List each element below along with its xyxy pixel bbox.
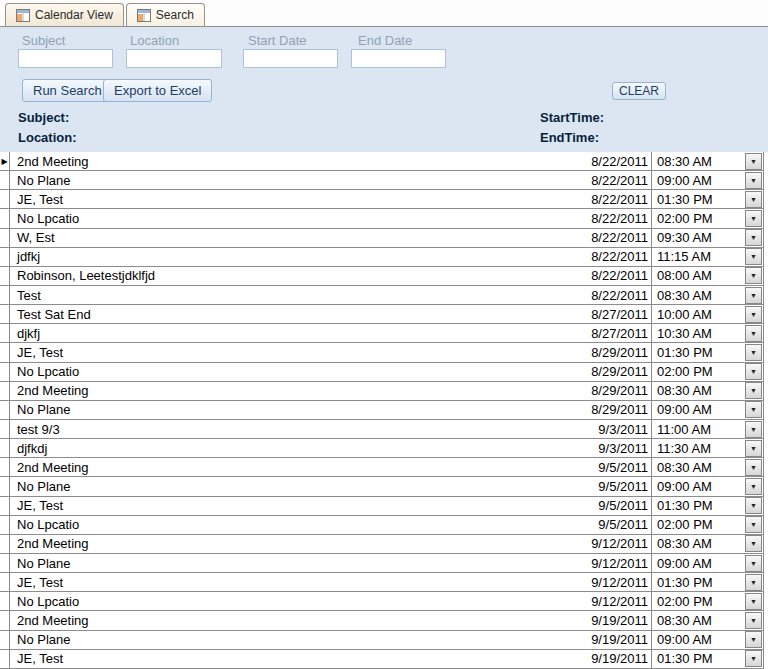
dropdown-arrow-icon[interactable]: ▼ xyxy=(745,650,762,667)
record-row[interactable]: JE, Test8/22/201101:30 PM▼ xyxy=(0,190,764,209)
dropdown-arrow-icon[interactable]: ▼ xyxy=(745,382,762,399)
record-row[interactable]: No Plane8/22/201109:00 AM▼ xyxy=(0,171,764,190)
export-to-excel-button[interactable]: Export to Excel xyxy=(103,79,212,102)
record-time-combo[interactable]: 08:30 AM▼ xyxy=(651,382,764,400)
dropdown-arrow-icon[interactable]: ▼ xyxy=(745,172,762,189)
record-time-combo[interactable]: 09:00 AM▼ xyxy=(651,554,764,572)
record-selector[interactable] xyxy=(0,592,10,610)
record-time-combo[interactable]: 09:30 AM▼ xyxy=(651,229,764,247)
record-row[interactable]: 2nd Meeting9/5/201108:30 AM▼ xyxy=(0,458,764,477)
record-time-combo[interactable]: 11:00 AM▼ xyxy=(651,420,764,438)
record-row[interactable]: Test Sat End8/27/201110:00 AM▼ xyxy=(0,305,764,324)
record-time-combo[interactable]: 11:15 AM▼ xyxy=(651,248,764,266)
record-row[interactable]: No Plane9/5/201109:00 AM▼ xyxy=(0,477,764,496)
dropdown-arrow-icon[interactable]: ▼ xyxy=(745,306,762,323)
record-row[interactable]: djkfj8/27/201110:30 AM▼ xyxy=(0,324,764,343)
record-row[interactable]: ▶2nd Meeting8/22/201108:30 AM▼ xyxy=(0,152,764,171)
record-row[interactable]: Robinson, Leetestjdklfjd8/22/201108:00 A… xyxy=(0,267,764,286)
record-selector[interactable] xyxy=(0,516,10,534)
record-selector[interactable] xyxy=(0,420,10,438)
record-selector[interactable] xyxy=(0,209,10,227)
dropdown-arrow-icon[interactable]: ▼ xyxy=(745,612,762,629)
record-row[interactable]: 2nd Meeting9/19/201108:30 AM▼ xyxy=(0,611,764,630)
dropdown-arrow-icon[interactable]: ▼ xyxy=(745,421,762,438)
record-row[interactable]: 2nd Meeting8/29/201108:30 AM▼ xyxy=(0,382,764,401)
dropdown-arrow-icon[interactable]: ▼ xyxy=(745,229,762,246)
record-selector[interactable] xyxy=(0,190,10,208)
record-time-combo[interactable]: 08:30 AM▼ xyxy=(651,152,764,170)
record-selector[interactable]: ▶ xyxy=(0,152,10,170)
record-time-combo[interactable]: 09:00 AM▼ xyxy=(651,477,764,495)
record-selector[interactable] xyxy=(0,382,10,400)
dropdown-arrow-icon[interactable]: ▼ xyxy=(745,401,762,418)
record-selector[interactable] xyxy=(0,497,10,515)
record-selector[interactable] xyxy=(0,401,10,419)
record-time-combo[interactable]: 09:00 AM▼ xyxy=(651,631,764,649)
dropdown-arrow-icon[interactable]: ▼ xyxy=(745,248,762,265)
record-time-combo[interactable]: 08:30 AM▼ xyxy=(651,458,764,476)
record-row[interactable]: No Lpcatio9/12/201102:00 PM▼ xyxy=(0,592,764,611)
dropdown-arrow-icon[interactable]: ▼ xyxy=(745,440,762,457)
location-search-input[interactable] xyxy=(126,49,222,68)
record-selector[interactable] xyxy=(0,363,10,381)
record-row[interactable]: No Lpcatio8/29/201102:00 PM▼ xyxy=(0,363,764,382)
dropdown-arrow-icon[interactable]: ▼ xyxy=(745,363,762,380)
record-time-combo[interactable]: 11:30 AM▼ xyxy=(651,439,764,457)
clear-button[interactable]: CLEAR xyxy=(612,82,666,100)
dropdown-arrow-icon[interactable]: ▼ xyxy=(745,535,762,552)
record-selector[interactable] xyxy=(0,650,10,668)
tab-search[interactable]: Search xyxy=(126,3,205,26)
dropdown-arrow-icon[interactable]: ▼ xyxy=(745,516,762,533)
dropdown-arrow-icon[interactable]: ▼ xyxy=(745,344,762,361)
dropdown-arrow-icon[interactable]: ▼ xyxy=(745,478,762,495)
record-row[interactable]: W, Est8/22/201109:30 AM▼ xyxy=(0,229,764,248)
dropdown-arrow-icon[interactable]: ▼ xyxy=(745,325,762,342)
record-time-combo[interactable]: 09:00 AM▼ xyxy=(651,171,764,189)
dropdown-arrow-icon[interactable]: ▼ xyxy=(745,555,762,572)
record-selector[interactable] xyxy=(0,267,10,285)
start-date-search-input[interactable] xyxy=(243,49,338,68)
record-selector[interactable] xyxy=(0,248,10,266)
record-row[interactable]: JE, Test9/12/201101:30 PM▼ xyxy=(0,573,764,592)
dropdown-arrow-icon[interactable]: ▼ xyxy=(745,593,762,610)
dropdown-arrow-icon[interactable]: ▼ xyxy=(745,153,762,170)
record-time-combo[interactable]: 02:00 PM▼ xyxy=(651,516,764,534)
dropdown-arrow-icon[interactable]: ▼ xyxy=(745,210,762,227)
run-search-button[interactable]: Run Search xyxy=(22,79,113,102)
record-selector[interactable] xyxy=(0,554,10,572)
record-row[interactable]: test 9/39/3/201111:00 AM▼ xyxy=(0,420,764,439)
dropdown-arrow-icon[interactable]: ▼ xyxy=(745,459,762,476)
dropdown-arrow-icon[interactable]: ▼ xyxy=(745,631,762,648)
record-row[interactable]: No Plane9/19/201109:00 AM▼ xyxy=(0,631,764,650)
record-row[interactable]: Test8/22/201108:30 AM▼ xyxy=(0,286,764,305)
dropdown-arrow-icon[interactable]: ▼ xyxy=(745,267,762,284)
dropdown-arrow-icon[interactable]: ▼ xyxy=(745,191,762,208)
record-time-combo[interactable]: 08:30 AM▼ xyxy=(651,611,764,629)
record-selector[interactable] xyxy=(0,229,10,247)
record-time-combo[interactable]: 10:00 AM▼ xyxy=(651,305,764,323)
record-selector[interactable] xyxy=(0,631,10,649)
dropdown-arrow-icon[interactable]: ▼ xyxy=(745,497,762,514)
record-time-combo[interactable]: 01:30 PM▼ xyxy=(651,190,764,208)
record-selector[interactable] xyxy=(0,324,10,342)
record-selector[interactable] xyxy=(0,171,10,189)
record-selector[interactable] xyxy=(0,477,10,495)
record-time-combo[interactable]: 02:00 PM▼ xyxy=(651,209,764,227)
record-row[interactable]: JE, Test9/19/201101:30 PM▼ xyxy=(0,650,764,669)
record-time-combo[interactable]: 08:00 AM▼ xyxy=(651,267,764,285)
record-time-combo[interactable]: 10:30 AM▼ xyxy=(651,324,764,342)
record-row[interactable]: 2nd Meeting9/12/201108:30 AM▼ xyxy=(0,535,764,554)
record-selector[interactable] xyxy=(0,535,10,553)
record-row[interactable]: JE, Test9/5/201101:30 PM▼ xyxy=(0,497,764,516)
record-row[interactable]: No Plane8/29/201109:00 AM▼ xyxy=(0,401,764,420)
record-selector[interactable] xyxy=(0,305,10,323)
record-time-combo[interactable]: 08:30 AM▼ xyxy=(651,286,764,304)
record-selector[interactable] xyxy=(0,611,10,629)
record-time-combo[interactable]: 09:00 AM▼ xyxy=(651,401,764,419)
record-selector[interactable] xyxy=(0,458,10,476)
record-row[interactable]: No Plane9/12/201109:00 AM▼ xyxy=(0,554,764,573)
record-selector[interactable] xyxy=(0,286,10,304)
record-time-combo[interactable]: 01:30 PM▼ xyxy=(651,573,764,591)
record-time-combo[interactable]: 01:30 PM▼ xyxy=(651,497,764,515)
record-selector[interactable] xyxy=(0,343,10,361)
